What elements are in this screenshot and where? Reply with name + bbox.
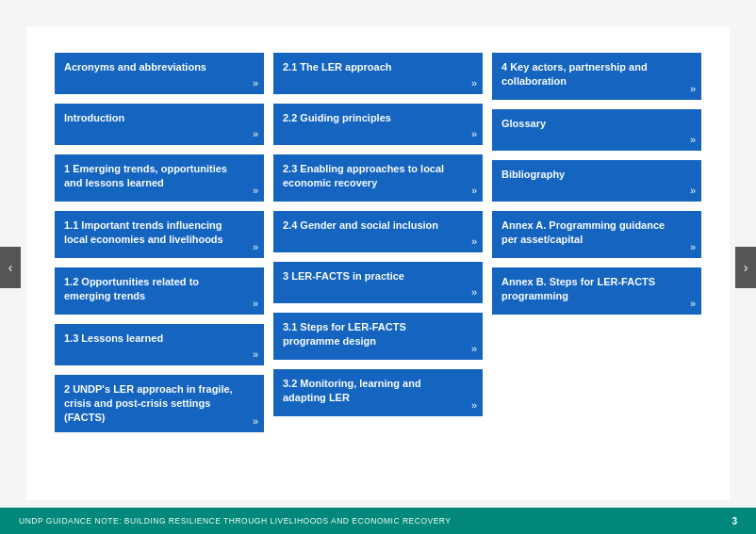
toc-item-important-trends[interactable]: 1.1 Important trends influencing local e… bbox=[55, 211, 264, 258]
toc-item-glossary[interactable]: Glossary » bbox=[492, 109, 701, 151]
chevron-right-icon: » bbox=[690, 83, 696, 94]
toc-item-annex-a[interactable]: Annex A. Programming guidance per asset/… bbox=[492, 211, 701, 258]
chevron-right-icon: » bbox=[471, 185, 477, 196]
footer-page-number: 3 bbox=[731, 516, 737, 526]
footer-text: UNDP GUIDANCE NOTE: BUILDING RESILIENCE … bbox=[19, 516, 452, 526]
toc-item-bibliography[interactable]: Bibliography » bbox=[492, 160, 701, 202]
toc-item-steps-design[interactable]: 3.1 Steps for LER-FACTS programme design… bbox=[273, 313, 483, 360]
toc-item-undp-ler[interactable]: 2 UNDP's LER approach in fragile, crisis… bbox=[55, 375, 264, 432]
toc-item-guiding-principles[interactable]: 2.2 Guiding principles » bbox=[273, 104, 483, 145]
footer: UNDP GUIDANCE NOTE: BUILDING RESILIENCE … bbox=[0, 508, 756, 534]
chevron-right-icon: » bbox=[253, 415, 258, 427]
chevron-right-icon: » bbox=[253, 77, 258, 89]
toc-grid: Acronyms and abbreviations » Introductio… bbox=[55, 53, 701, 432]
chevron-right-icon: » bbox=[471, 77, 477, 89]
main-content: Acronyms and abbreviations » Introductio… bbox=[26, 26, 730, 500]
toc-item-enabling-approaches[interactable]: 2.3 Enabling approaches to local economi… bbox=[273, 154, 483, 202]
toc-item-key-actors[interactable]: 4 Key actors, partnership and collaborat… bbox=[492, 53, 701, 100]
toc-item-ler-facts-practice[interactable]: 3 LER-FACTS in practice » bbox=[273, 262, 483, 303]
chevron-right-icon: » bbox=[471, 399, 477, 411]
chevron-right-icon: » bbox=[690, 134, 696, 145]
toc-item-lessons[interactable]: 1.3 Lessons learned » bbox=[55, 324, 264, 365]
toc-item-annex-b[interactable]: Annex B. Steps for LER-FACTS programming… bbox=[492, 267, 701, 315]
chevron-right-icon: » bbox=[253, 128, 258, 139]
chevron-right-icon: » bbox=[690, 241, 696, 252]
chevron-right-icon: » bbox=[471, 235, 477, 247]
toc-column-3: 4 Key actors, partnership and collaborat… bbox=[492, 53, 701, 432]
nav-arrow-right[interactable]: › bbox=[735, 247, 756, 288]
chevron-right-icon: » bbox=[253, 348, 258, 360]
nav-arrow-left[interactable]: ‹ bbox=[0, 247, 21, 288]
chevron-right-icon: » bbox=[253, 185, 258, 196]
toc-column-1: Acronyms and abbreviations » Introductio… bbox=[55, 53, 264, 432]
toc-item-acronyms[interactable]: Acronyms and abbreviations » bbox=[55, 53, 264, 94]
toc-item-introduction[interactable]: Introduction » bbox=[55, 104, 264, 145]
toc-item-monitoring[interactable]: 3.2 Monitoring, learning and adapting LE… bbox=[273, 369, 483, 416]
chevron-right-icon: » bbox=[471, 128, 477, 139]
toc-column-2: 2.1 The LER approach » 2.2 Guiding princ… bbox=[273, 53, 483, 432]
toc-item-emerging-trends[interactable]: 1 Emerging trends, opportunities and les… bbox=[55, 154, 264, 202]
chevron-right-icon: » bbox=[690, 185, 696, 196]
chevron-right-icon: » bbox=[253, 241, 258, 252]
chevron-right-icon: » bbox=[253, 298, 258, 309]
chevron-right-icon: » bbox=[690, 298, 696, 309]
toc-item-opportunities[interactable]: 1.2 Opportunities related to emerging tr… bbox=[55, 267, 264, 315]
toc-item-gender[interactable]: 2.4 Gender and social inclusion » bbox=[273, 211, 483, 252]
chevron-right-icon: » bbox=[471, 286, 477, 298]
toc-item-ler-approach[interactable]: 2.1 The LER approach » bbox=[273, 53, 483, 94]
chevron-right-icon: » bbox=[471, 343, 477, 354]
